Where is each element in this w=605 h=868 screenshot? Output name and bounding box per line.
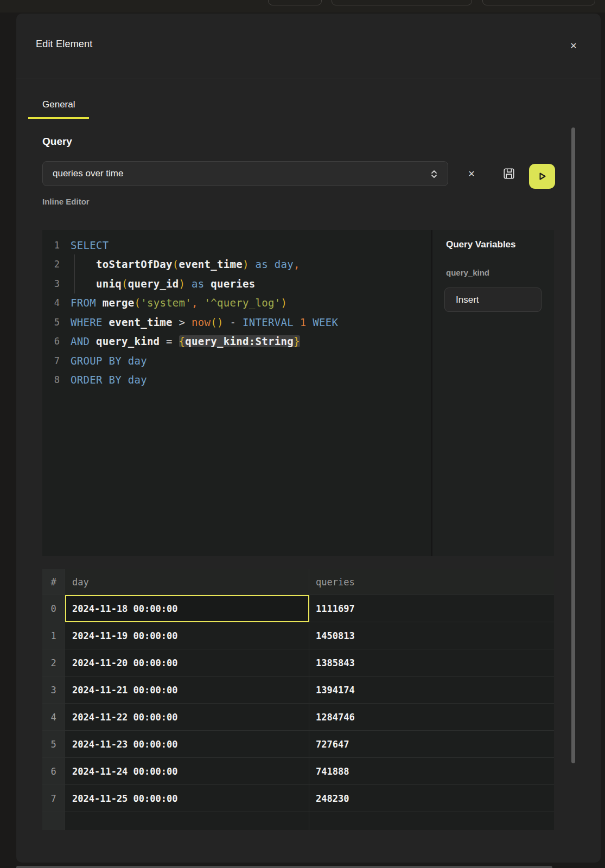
query-variables-heading: Query Variables [446,239,516,250]
query-variables-panel: Query Variables query_kind Insert [432,230,554,556]
inline-editor-label: Inline Editor [42,197,90,206]
sql-code-area[interactable]: 1SELECT2 toStartOfDay(event_time) as day… [42,230,431,556]
bottom-edge-element [16,866,552,868]
insert-variable-button[interactable]: Insert [444,288,542,312]
table-row: 02024-11-18 00:00:001111697 [42,595,554,622]
code-line[interactable]: 6AND query_kind = {query_kind:String} [42,332,431,352]
row-index-cell[interactable]: 6 [42,758,65,785]
code-text: SELECT [71,239,109,251]
code-text: AND query_kind = {query_kind:String} [71,335,300,347]
table-header-row: #dayqueries [42,569,554,595]
run-query-button[interactable] [529,164,555,189]
table-row: 42024-11-22 00:00:001284746 [42,704,554,731]
query-heading: Query [42,136,72,148]
table-row: 62024-11-24 00:00:00741888 [42,758,554,785]
save-query-button[interactable] [501,165,517,182]
row-index-cell[interactable]: 1 [42,622,65,649]
background-button [332,0,472,5]
code-line[interactable]: 7GROUP BY day [42,351,431,371]
table-body: 02024-11-18 00:00:00111169712024-11-19 0… [42,595,554,812]
play-icon [535,169,549,183]
row-index-cell[interactable]: 5 [42,731,65,758]
line-number: 2 [48,259,60,270]
code-line[interactable]: 3 uniq(query_id) as queries [42,274,431,293]
row-index-cell[interactable]: 3 [42,676,65,704]
row-index-cell[interactable]: 2 [42,649,65,676]
close-icon[interactable]: ✕ [566,38,581,53]
background-button [268,0,322,5]
insert-button-label: Insert [445,295,479,305]
code-text: FROM merge('system', '^query_log') [71,297,287,309]
queries-cell[interactable]: 741888 [309,758,554,785]
queries-cell[interactable]: 1284746 [309,704,554,731]
clear-query-button[interactable]: ✕ [463,165,480,182]
column-header-day[interactable]: day [65,569,309,595]
line-number: 6 [48,336,60,347]
table-row: 52024-11-23 00:00:00727647 [42,731,554,758]
code-text: GROUP BY day [71,355,147,367]
queries-cell[interactable]: 1394174 [309,676,554,704]
modal-title: Edit Element [36,39,92,50]
day-cell[interactable]: 2024-11-23 00:00:00 [65,731,309,758]
table-row: 22024-11-20 00:00:001385843 [42,649,554,676]
code-line[interactable]: 5WHERE event_time > now() - INTERVAL 1 W… [42,312,431,332]
day-cell[interactable]: 2024-11-25 00:00:00 [65,785,309,812]
code-text: uniq(query_id) as queries [71,278,256,290]
line-number: 7 [48,355,60,366]
row-index-cell[interactable]: 7 [42,785,65,812]
code-text: toStartOfDay(event_time) as day, [71,258,300,270]
clear-icon: ✕ [468,169,475,179]
header-divider [16,79,601,79]
query-variable-chip: {query_kind:String} [179,335,300,347]
save-icon [502,167,515,180]
indent-guide [74,254,75,293]
day-cell-selected[interactable]: 2024-11-18 00:00:00 [65,595,309,622]
queries-cell[interactable]: 1111697 [309,595,554,622]
line-number: 8 [48,374,60,385]
table-row: 72024-11-25 00:00:00248230 [42,785,554,812]
line-number: 4 [48,297,60,308]
day-cell[interactable]: 2024-11-19 00:00:00 [65,622,309,649]
variable-name-label: query_kind [446,268,489,277]
code-line[interactable]: 4FROM merge('system', '^query_log') [42,293,431,313]
screen: Edit Element ✕ General Query queries ove… [0,0,605,868]
code-line[interactable]: 1SELECT [42,235,431,255]
queries-cell[interactable]: 1385843 [309,649,554,676]
code-text: ORDER BY day [71,374,147,386]
code-text: WHERE event_time > now() - INTERVAL 1 WE… [71,316,338,328]
line-number: 1 [48,240,60,251]
day-cell[interactable]: 2024-11-20 00:00:00 [65,649,309,676]
table-trailer-row [42,812,554,830]
column-header-queries[interactable]: queries [309,569,554,595]
chevron-up-down-icon [428,168,440,180]
row-index-cell[interactable]: 4 [42,704,65,731]
background-page-toolbar [0,0,605,12]
row-index-cell[interactable]: 0 [42,595,65,622]
line-number: 3 [48,278,60,289]
column-header-index[interactable]: # [42,569,65,595]
day-cell[interactable]: 2024-11-22 00:00:00 [65,704,309,731]
query-select-value: queries over time [43,168,123,179]
edit-element-modal: Edit Element ✕ General Query queries ove… [16,14,601,863]
queries-cell[interactable]: 248230 [309,785,554,812]
modal-scrollbar[interactable] [571,127,575,763]
background-button [482,0,595,5]
sql-editor: 1SELECT2 toStartOfDay(event_time) as day… [42,230,554,556]
results-table: #dayqueries02024-11-18 00:00:00111169712… [42,569,554,830]
tab-general[interactable]: General [28,99,89,119]
table-row: 32024-11-21 00:00:001394174 [42,676,554,704]
code-line[interactable]: 8ORDER BY day [42,371,431,390]
tab-general-label: General [42,99,75,110]
day-cell[interactable]: 2024-11-24 00:00:00 [65,758,309,785]
line-number: 5 [48,317,60,328]
queries-cell[interactable]: 727647 [309,731,554,758]
queries-cell[interactable]: 1450813 [309,622,554,649]
code-line[interactable]: 2 toStartOfDay(event_time) as day, [42,255,431,275]
day-cell[interactable]: 2024-11-21 00:00:00 [65,676,309,704]
table-row: 12024-11-19 00:00:001450813 [42,622,554,649]
query-select[interactable]: queries over time [42,161,448,186]
